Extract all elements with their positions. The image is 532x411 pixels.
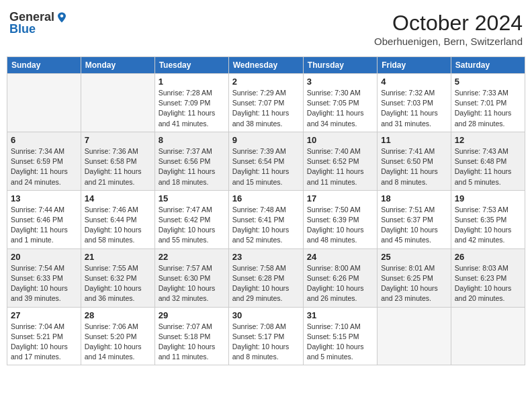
calendar-cell xyxy=(378,307,451,365)
calendar-cell xyxy=(7,74,81,132)
header: General Blue October 2024 Oberhuenigen, … xyxy=(7,7,525,51)
day-number: 11 xyxy=(381,135,447,145)
day-number: 9 xyxy=(232,135,300,145)
calendar-cell: 29Sunrise: 7:07 AMSunset: 5:18 PMDayligh… xyxy=(154,307,228,365)
day-number: 29 xyxy=(159,310,225,320)
day-number: 1 xyxy=(159,77,225,87)
day-number: 2 xyxy=(232,77,300,87)
calendar-cell: 12Sunrise: 7:43 AMSunset: 6:48 PMDayligh… xyxy=(451,132,525,190)
day-info: Sunrise: 7:44 AMSunset: 6:46 PMDaylight:… xyxy=(11,205,77,246)
day-number: 31 xyxy=(307,310,373,320)
day-info: Sunrise: 8:03 AMSunset: 6:23 PMDaylight:… xyxy=(455,263,521,304)
day-info: Sunrise: 7:29 AMSunset: 7:07 PMDaylight:… xyxy=(232,88,300,129)
calendar-cell: 22Sunrise: 7:57 AMSunset: 6:30 PMDayligh… xyxy=(154,248,228,307)
calendar-cell: 25Sunrise: 8:01 AMSunset: 6:25 PMDayligh… xyxy=(378,248,451,307)
day-number: 30 xyxy=(232,310,300,320)
calendar-cell: 23Sunrise: 7:58 AMSunset: 6:28 PMDayligh… xyxy=(228,248,303,307)
day-info: Sunrise: 7:50 AMSunset: 6:39 PMDaylight:… xyxy=(307,205,373,246)
calendar-cell: 16Sunrise: 7:48 AMSunset: 6:41 PMDayligh… xyxy=(228,190,303,248)
day-info: Sunrise: 7:08 AMSunset: 5:17 PMDaylight:… xyxy=(232,322,300,363)
day-info: Sunrise: 7:46 AMSunset: 6:44 PMDaylight:… xyxy=(85,205,151,246)
calendar-cell: 13Sunrise: 7:44 AMSunset: 6:46 PMDayligh… xyxy=(7,190,81,248)
day-number: 3 xyxy=(307,77,373,87)
calendar-table: SundayMondayTuesdayWednesdayThursdayFrid… xyxy=(7,56,525,365)
calendar-cell: 6Sunrise: 7:34 AMSunset: 6:59 PMDaylight… xyxy=(7,132,81,190)
calendar-cell: 19Sunrise: 7:53 AMSunset: 6:35 PMDayligh… xyxy=(451,190,525,248)
day-info: Sunrise: 7:54 AMSunset: 6:33 PMDaylight:… xyxy=(11,263,77,304)
day-info: Sunrise: 7:36 AMSunset: 6:58 PMDaylight:… xyxy=(85,146,151,187)
logo-blue-text: Blue xyxy=(9,23,68,36)
weekday-header-sunday: Sunday xyxy=(7,57,81,74)
month-title: October 2024 xyxy=(374,11,523,36)
logo: General Blue xyxy=(9,11,68,36)
calendar-cell: 17Sunrise: 7:50 AMSunset: 6:39 PMDayligh… xyxy=(303,190,377,248)
day-number: 25 xyxy=(381,252,447,262)
day-number: 21 xyxy=(85,252,151,262)
day-info: Sunrise: 7:51 AMSunset: 6:37 PMDaylight:… xyxy=(381,205,447,246)
calendar-cell: 18Sunrise: 7:51 AMSunset: 6:37 PMDayligh… xyxy=(378,190,451,248)
day-info: Sunrise: 7:39 AMSunset: 6:54 PMDaylight:… xyxy=(232,146,300,187)
day-info: Sunrise: 7:43 AMSunset: 6:48 PMDaylight:… xyxy=(455,146,521,187)
day-number: 18 xyxy=(381,193,447,203)
day-number: 5 xyxy=(455,77,521,87)
day-number: 20 xyxy=(11,252,77,262)
day-number: 16 xyxy=(232,193,300,203)
day-info: Sunrise: 7:33 AMSunset: 7:01 PMDaylight:… xyxy=(455,88,521,129)
day-info: Sunrise: 7:48 AMSunset: 6:41 PMDaylight:… xyxy=(232,205,300,246)
calendar-cell: 2Sunrise: 7:29 AMSunset: 7:07 PMDaylight… xyxy=(228,74,303,132)
calendar-cell: 10Sunrise: 7:40 AMSunset: 6:52 PMDayligh… xyxy=(303,132,377,190)
day-number: 15 xyxy=(159,193,225,203)
day-info: Sunrise: 8:01 AMSunset: 6:25 PMDaylight:… xyxy=(381,263,447,304)
day-number: 8 xyxy=(159,135,225,145)
calendar-cell: 14Sunrise: 7:46 AMSunset: 6:44 PMDayligh… xyxy=(81,190,154,248)
calendar-cell: 31Sunrise: 7:10 AMSunset: 5:15 PMDayligh… xyxy=(303,307,377,365)
day-number: 14 xyxy=(85,193,151,203)
calendar-cell: 9Sunrise: 7:39 AMSunset: 6:54 PMDaylight… xyxy=(228,132,303,190)
calendar-cell xyxy=(81,74,154,132)
location-subtitle: Oberhuenigen, Bern, Switzerland xyxy=(374,36,523,47)
day-info: Sunrise: 7:57 AMSunset: 6:30 PMDaylight:… xyxy=(159,263,225,304)
day-info: Sunrise: 7:10 AMSunset: 5:15 PMDaylight:… xyxy=(307,322,373,363)
day-number: 13 xyxy=(11,193,77,203)
calendar-cell: 8Sunrise: 7:37 AMSunset: 6:56 PMDaylight… xyxy=(154,132,228,190)
calendar-cell: 27Sunrise: 7:04 AMSunset: 5:21 PMDayligh… xyxy=(7,307,81,365)
logo-icon xyxy=(56,11,68,24)
day-info: Sunrise: 7:53 AMSunset: 6:35 PMDaylight:… xyxy=(455,205,521,246)
calendar-cell: 20Sunrise: 7:54 AMSunset: 6:33 PMDayligh… xyxy=(7,248,81,307)
weekday-header-monday: Monday xyxy=(81,57,154,74)
day-info: Sunrise: 7:34 AMSunset: 6:59 PMDaylight:… xyxy=(11,146,77,187)
weekday-header-thursday: Thursday xyxy=(303,57,377,74)
calendar-cell: 26Sunrise: 8:03 AMSunset: 6:23 PMDayligh… xyxy=(451,248,525,307)
calendar-cell xyxy=(451,307,525,365)
day-number: 24 xyxy=(307,252,373,262)
day-info: Sunrise: 8:00 AMSunset: 6:26 PMDaylight:… xyxy=(307,263,373,304)
day-number: 7 xyxy=(85,135,151,145)
day-number: 4 xyxy=(381,77,447,87)
day-info: Sunrise: 7:04 AMSunset: 5:21 PMDaylight:… xyxy=(11,322,77,363)
weekday-header-wednesday: Wednesday xyxy=(228,57,303,74)
calendar-cell: 28Sunrise: 7:06 AMSunset: 5:20 PMDayligh… xyxy=(81,307,154,365)
calendar-cell: 3Sunrise: 7:30 AMSunset: 7:05 PMDaylight… xyxy=(303,74,377,132)
weekday-header-saturday: Saturday xyxy=(451,57,525,74)
day-number: 19 xyxy=(455,193,521,203)
day-info: Sunrise: 7:06 AMSunset: 5:20 PMDaylight:… xyxy=(85,322,151,363)
day-info: Sunrise: 7:58 AMSunset: 6:28 PMDaylight:… xyxy=(232,263,300,304)
day-number: 10 xyxy=(307,135,373,145)
calendar-cell: 21Sunrise: 7:55 AMSunset: 6:32 PMDayligh… xyxy=(81,248,154,307)
calendar-cell: 11Sunrise: 7:41 AMSunset: 6:50 PMDayligh… xyxy=(378,132,451,190)
day-number: 17 xyxy=(307,193,373,203)
weekday-header-friday: Friday xyxy=(378,57,451,74)
day-info: Sunrise: 7:07 AMSunset: 5:18 PMDaylight:… xyxy=(159,322,225,363)
day-info: Sunrise: 7:30 AMSunset: 7:05 PMDaylight:… xyxy=(307,88,373,129)
calendar-cell: 24Sunrise: 8:00 AMSunset: 6:26 PMDayligh… xyxy=(303,248,377,307)
calendar-cell: 1Sunrise: 7:28 AMSunset: 7:09 PMDaylight… xyxy=(154,74,228,132)
calendar-cell: 4Sunrise: 7:32 AMSunset: 7:03 PMDaylight… xyxy=(378,74,451,132)
day-number: 26 xyxy=(455,252,521,262)
day-info: Sunrise: 7:47 AMSunset: 6:42 PMDaylight:… xyxy=(159,205,225,246)
day-info: Sunrise: 7:40 AMSunset: 6:52 PMDaylight:… xyxy=(307,146,373,187)
title-area: October 2024 Oberhuenigen, Bern, Switzer… xyxy=(374,11,523,47)
day-info: Sunrise: 7:55 AMSunset: 6:32 PMDaylight:… xyxy=(85,263,151,304)
day-info: Sunrise: 7:41 AMSunset: 6:50 PMDaylight:… xyxy=(381,146,447,187)
weekday-header-tuesday: Tuesday xyxy=(154,57,228,74)
calendar-cell: 7Sunrise: 7:36 AMSunset: 6:58 PMDaylight… xyxy=(81,132,154,190)
